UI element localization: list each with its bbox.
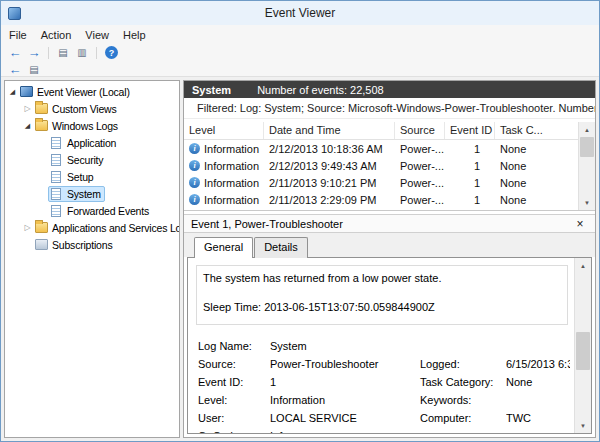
column-header-source[interactable]: Source [395,122,445,139]
help-icon[interactable]: ? [105,46,118,59]
tree-item-security[interactable]: Security [5,151,179,168]
back-arrow-icon[interactable]: ← [6,62,24,76]
events-table: LevelDate and TimeSourceEvent IDTask C..… [184,122,578,210]
tree-item-label: Setup [67,171,93,183]
scroll-up-icon[interactable]: ▲ [579,122,595,137]
menu-file[interactable]: File [2,28,34,41]
information-icon: i [189,177,200,188]
detail-field-row: OpCode:Info [198,427,570,433]
column-header-level[interactable]: Level [184,122,264,139]
detail-box: The system has returned from a low power… [187,257,592,434]
field-value: Info [270,430,420,433]
expanded-expander-icon[interactable]: ◢ [22,122,33,130]
detail-field-row: User:LOCAL SERVICEComputer:TWC [198,409,570,427]
menu-help[interactable]: Help [116,28,153,41]
filter-text: Filtered: Log: System; Source: Microsoft… [197,102,595,114]
tree-item-custom-views[interactable]: ▷Custom Views [5,100,179,117]
field-value: 6/15/2013 6:38:04 [506,358,570,370]
tree-item-content: Forwarded Events [48,203,153,219]
tree-item-content: Setup [48,169,97,185]
field-value: LOCAL SERVICE [270,412,420,424]
tree-item-setup[interactable]: Setup [5,168,179,185]
menu-action[interactable]: Action [34,28,79,41]
detail-field-row: Level:InformationKeywords: [198,391,570,409]
scroll-thumb[interactable] [576,332,590,370]
toolbar-separator [48,47,49,59]
cell-event-id: 1 [445,177,495,189]
tree-item-event-viewer-local[interactable]: ◢Event Viewer (Local) [5,83,179,100]
events-scrollbar[interactable]: ▲ ▼ [578,122,595,210]
table-row[interactable]: iInformation2/11/2013 2:29:09 PMPower-..… [184,191,578,208]
field-label: Task Category: [420,376,506,388]
information-icon: i [189,160,200,171]
tree-item-content: Custom Views [33,101,121,117]
show-console-tree-icon[interactable]: ▤ [25,62,43,76]
export-list-icon[interactable]: ▥ [73,46,91,60]
tree-item-content: Application [48,135,120,151]
cell-date-time: 2/11/2013 9:10:21 PM [264,177,395,189]
content: ◢Event Viewer (Local)▷Custom Views◢Windo… [1,77,599,441]
close-icon[interactable]: × [572,217,588,231]
cell-level-text: Information [204,177,259,189]
field-label: Logged: [420,358,506,370]
tree-item-label: Security [67,154,103,166]
tree-item-subscriptions[interactable]: Subscriptions [5,236,179,253]
folder-icon [35,103,48,114]
detail-scrollbar[interactable]: ▲ ▼ [574,258,591,433]
tree-item-system[interactable]: System [5,185,179,202]
collapsed-expander-icon[interactable]: ▷ [22,223,33,232]
field-label: Computer: [420,412,506,424]
detail-content: The system has returned from a low power… [188,258,574,433]
cell-task-category: None [495,160,578,172]
information-icon: i [189,194,200,205]
event-description-box: The system has returned from a low power… [196,265,568,325]
log-icon [51,154,61,166]
back-arrow-icon[interactable]: ← [6,46,24,60]
cell-level-text: Information [204,160,259,172]
forward-arrow-icon[interactable]: → [25,46,43,60]
tree-item-label: Event Viewer (Local) [37,86,130,98]
tree-item-windows-logs[interactable]: ◢Windows Logs [5,117,179,134]
tree-item-content: Windows Logs [33,118,122,134]
cell-task-category: None [495,143,578,155]
toolbar-secondary: ←▤ [1,62,599,77]
column-header-task-c[interactable]: Task C... [495,122,581,139]
window-icon[interactable] [8,7,21,20]
expanded-expander-icon[interactable]: ◢ [7,88,18,96]
column-header-event-id[interactable]: Event ID [445,122,495,139]
table-row[interactable]: iInformation2/12/2013 10:18:36 AMPower-.… [184,140,578,157]
tab-general[interactable]: General [194,237,253,258]
tree-item-forwarded-events[interactable]: Forwarded Events [5,202,179,219]
tree-item-applications-and-services-logs[interactable]: ▷Applications and Services Logs [5,219,179,236]
preview-title: Event 1, Power-Troubleshooter [191,218,572,230]
table-row[interactable]: iInformation2/11/2013 9:10:21 PMPower-..… [184,174,578,191]
field-value: None [506,376,570,388]
scroll-down-icon[interactable]: ▼ [575,418,591,433]
tree-item-content: Event Viewer (Local) [18,84,134,100]
event-message: The system has returned from a low power… [203,271,561,286]
tree-item-application[interactable]: Application [5,134,179,151]
events-count: Number of events: 22,508 [257,84,384,96]
tab-details[interactable]: Details [254,237,308,258]
field-label: Level: [198,394,270,406]
cell-task-category: None [495,177,578,189]
collapsed-expander-icon[interactable]: ▷ [22,104,33,113]
cell-date-time: 2/11/2013 2:29:09 PM [264,194,395,206]
detail-field-row: Source:Power-TroubleshooterLogged:6/15/2… [198,355,570,373]
menu-view[interactable]: View [78,28,116,41]
scroll-down-icon[interactable]: ▼ [579,195,595,210]
scroll-up-icon[interactable]: ▲ [575,258,591,273]
scroll-thumb[interactable] [580,137,594,157]
titlebar: Event Viewer [1,1,599,25]
log-name: System [192,84,231,96]
column-header-date-and-time[interactable]: Date and Time [264,122,395,139]
tree-item-label: Applications and Services Logs [52,222,180,234]
tree-item-label: Forwarded Events [67,205,149,217]
cell-source: Power-... [395,160,445,172]
cell-level: iInformation [184,160,264,172]
detail-field-row: Log Name:System [198,337,570,355]
table-row[interactable]: iInformation2/12/2013 9:49:43 AMPower-..… [184,157,578,174]
toolbar-separator [96,47,97,59]
log-icon [51,171,61,183]
show-console-tree-icon[interactable]: ▤ [54,46,72,60]
